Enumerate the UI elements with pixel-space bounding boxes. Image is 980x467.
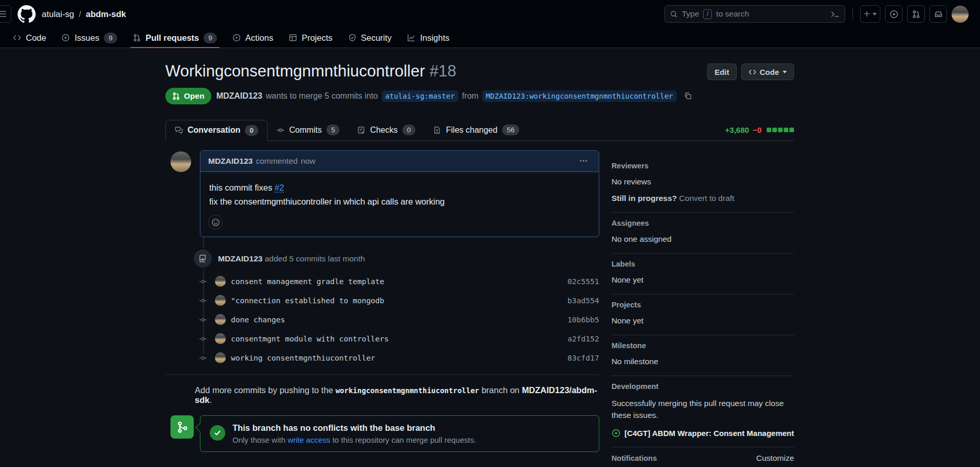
merge-status-box: This branch has no conflicts with the ba… — [200, 415, 599, 452]
nav-item-actions[interactable]: Actions — [225, 28, 281, 48]
nav-item-pull-requests[interactable]: Pull requests 9 — [125, 28, 225, 48]
commit-message[interactable]: "connection established to mongodb — [231, 297, 384, 305]
tab-files-changed[interactable]: Files changed 56 — [424, 120, 528, 141]
commit-author-avatar[interactable] — [215, 314, 226, 325]
commit-sha[interactable]: 02c5551 — [568, 277, 599, 286]
git-commit-icon — [199, 277, 207, 286]
create-new-button[interactable]: + — [860, 5, 880, 23]
tab-checks[interactable]: Checks 0 — [348, 120, 424, 141]
reviewers-title[interactable]: Reviewers — [612, 162, 794, 170]
commit-author-avatar[interactable] — [215, 352, 226, 363]
sidebar-section-labels: Labels None yet — [612, 254, 794, 294]
commit-author-avatar[interactable] — [215, 276, 226, 287]
development-title: Development — [612, 382, 794, 391]
reviewers-empty: No reviews — [612, 177, 794, 186]
commit-message[interactable]: consentmgnt module with controllers — [231, 335, 389, 343]
github-logo[interactable] — [18, 5, 36, 23]
search-icon — [670, 10, 678, 18]
convert-to-draft-link[interactable]: Convert to draft — [679, 194, 735, 203]
edit-button[interactable]: Edit — [707, 64, 736, 80]
code-icon — [749, 68, 756, 76]
customize-link[interactable]: Customize — [756, 454, 794, 463]
commit-message[interactable]: done changes — [231, 316, 285, 324]
comment-author[interactable]: MDZAID123 — [208, 157, 253, 166]
issues-header-button[interactable] — [885, 5, 903, 23]
projects-empty: None yet — [612, 316, 794, 325]
merge-status-subtitle: Only those with write access to this rep… — [232, 435, 476, 444]
nav-item-insights[interactable]: Insights — [399, 28, 457, 48]
commit-author-avatar[interactable] — [215, 295, 226, 306]
sidebar-section-development: Development Successfully merging this pu… — [612, 376, 794, 448]
breadcrumb-repo[interactable]: abdm-sdk — [86, 9, 126, 19]
commit-sha[interactable]: a2fd152 — [568, 335, 599, 343]
breadcrumb: atulai-sg / abdm-sdk — [42, 9, 126, 19]
pull-requests-header-button[interactable] — [907, 5, 925, 23]
sidebar-section-notifications: Notifications Customize Unsubscribe — [612, 447, 794, 467]
search-placeholder-prefix: Type — [682, 9, 699, 19]
commit-row: done changes 10b6bb5 — [165, 310, 599, 329]
write-access-link[interactable]: write access — [288, 435, 331, 444]
commit-sha[interactable]: b3ad554 — [568, 297, 599, 305]
nav-item-projects[interactable]: Projects — [281, 28, 340, 48]
file-diff-icon — [433, 126, 441, 134]
shield-icon — [348, 34, 356, 42]
git-commit-icon — [199, 354, 207, 362]
linked-issue-link[interactable]: [C4GT] ABDM Wrapper: Consent Management — [625, 429, 794, 438]
base-branch-chip[interactable]: atulai-sg:master — [382, 90, 459, 102]
add-reaction-button[interactable] — [208, 215, 223, 229]
kebab-horizontal-icon — [579, 157, 588, 165]
nav-item-issues[interactable]: Issues 9 — [54, 28, 125, 48]
tab-commits[interactable]: Commits 5 — [268, 120, 349, 141]
inbox-button[interactable] — [929, 5, 947, 23]
git-pull-request-icon — [172, 92, 180, 100]
head-branch-chip[interactable]: MDZAID123:workingconsentmgnmnthiucontrol… — [482, 90, 676, 102]
chevron-down-icon — [873, 13, 877, 15]
issue-opened-icon — [612, 429, 620, 438]
sidebar-section-assignees: Assignees No one assigned — [612, 213, 794, 254]
projects-title[interactable]: Projects — [612, 301, 794, 309]
breadcrumb-owner[interactable]: atulai-sg — [42, 9, 74, 19]
timeline-event-text: MDZAID123 added 5 commits last month — [218, 254, 365, 263]
hamburger-menu-button[interactable] — [0, 5, 11, 23]
code-dropdown-button[interactable]: Code — [741, 64, 795, 80]
commit-row: working consentmgnthiucontroller 83cfd17 — [165, 348, 599, 367]
labels-title[interactable]: Labels — [612, 260, 794, 268]
checklist-icon — [357, 126, 365, 134]
nav-item-security[interactable]: Security — [340, 28, 400, 48]
comment-author-avatar[interactable] — [170, 151, 191, 172]
issue-opened-icon — [61, 34, 70, 42]
assignees-title[interactable]: Assignees — [612, 219, 794, 227]
comment-options-button[interactable] — [576, 156, 591, 166]
commit-sha[interactable]: 10b6bb5 — [568, 316, 599, 324]
commit-message[interactable]: working consentmgnthiucontroller — [231, 354, 375, 362]
labels-empty: None yet — [612, 275, 794, 285]
comment-timestamp[interactable]: now — [301, 157, 315, 166]
git-commit-icon — [199, 316, 207, 324]
copy-branch-button[interactable] — [680, 91, 695, 101]
issue-reference-link[interactable]: #2 — [275, 183, 284, 192]
tab-label: Files changed — [446, 126, 497, 135]
breadcrumb-separator: / — [79, 9, 81, 19]
diffstat: +3,680 −0 — [725, 126, 794, 134]
search-input[interactable]: Type / to search — [664, 5, 845, 23]
merge-status-title: This branch has no conflicts with the ba… — [232, 423, 476, 433]
commit-author-avatar[interactable] — [215, 333, 226, 344]
tab-conversation[interactable]: Conversation 0 — [165, 120, 268, 141]
issues-count-badge: 9 — [104, 33, 117, 43]
graph-icon — [407, 34, 415, 42]
event-author[interactable]: MDZAID123 — [218, 254, 262, 263]
user-avatar[interactable] — [952, 6, 969, 23]
pr-author-link[interactable]: MDZAID123 — [216, 91, 262, 101]
command-palette-icon[interactable] — [831, 10, 839, 19]
nav-item-code[interactable]: Code — [5, 28, 54, 48]
tab-label: Commits — [289, 126, 322, 135]
commit-message[interactable]: consent management gradle template — [231, 277, 384, 286]
pr-number: #18 — [430, 62, 457, 80]
commit-sha[interactable]: 83cfd17 — [568, 354, 599, 362]
plus-icon: + — [864, 8, 870, 19]
diffstat-blocks — [767, 128, 794, 132]
milestone-title[interactable]: Milestone — [612, 341, 794, 350]
issue-opened-icon — [890, 10, 898, 19]
header-divider — [852, 8, 853, 20]
nav-label: Actions — [245, 33, 273, 43]
